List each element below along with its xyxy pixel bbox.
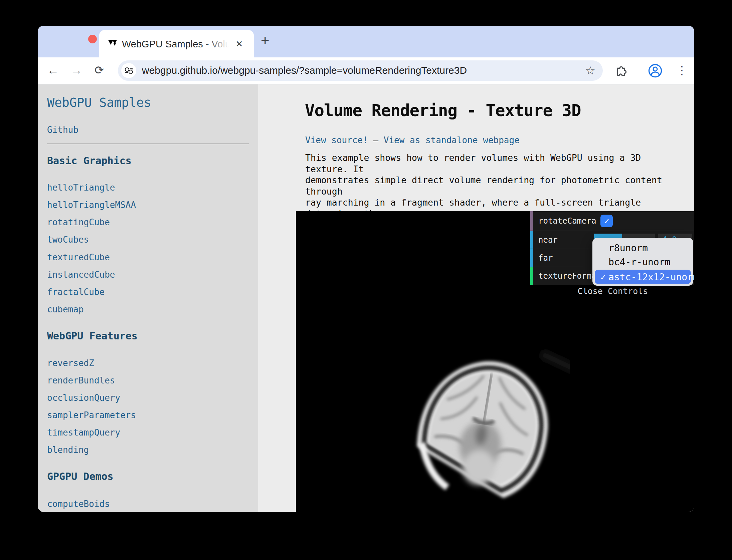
close-window-button[interactable] (88, 35, 97, 43)
standalone-link[interactable]: View as standalone webpage (384, 135, 520, 145)
gui-label-near: near (538, 235, 558, 245)
string-strip (530, 267, 533, 285)
sidebar-item-helloTriangle[interactable]: helloTriangle (47, 183, 115, 193)
section-gpgpu-demos: GPGPU Demos (47, 471, 114, 482)
sidebar-item-computeBoids[interactable]: computeBoids (47, 499, 110, 509)
boolean-strip (530, 211, 533, 231)
sidebar-item-cubemap[interactable]: cubemap (47, 304, 84, 314)
brain-mri-render (396, 338, 570, 512)
dropdown-option-bc4-r-unorm[interactable]: bc4-r-unorm (608, 257, 670, 268)
number-strip (530, 249, 533, 267)
page-title: Volume Rendering - Texture 3D (305, 101, 581, 120)
gui-label-far: far (538, 253, 553, 263)
sidebar-item-samplerParameters[interactable]: samplerParameters (47, 410, 136, 420)
tab-title-fade (206, 38, 233, 50)
number-strip (530, 231, 533, 249)
webgpu-canvas[interactable]: rotateCamera ✓ near 4.0 far (296, 211, 694, 512)
github-link[interactable]: Github (47, 125, 78, 135)
forward-icon: → (70, 62, 82, 78)
dropdown-option-selected[interactable]: ✓ astc-12x12-unorm (595, 270, 691, 284)
dropdown-selected-label: astc-12x12-unorm (608, 272, 694, 283)
browser-window: WebGPU Samples - Volume R ✕ + ← → ⟳ webg… (38, 26, 694, 512)
rotateCamera-checkbox[interactable]: ✓ (600, 215, 613, 227)
link-separator (368, 135, 373, 145)
browser-menu-icon[interactable]: ⋮ (676, 62, 688, 78)
tab-close-icon[interactable]: ✕ (235, 38, 243, 50)
reload-icon[interactable]: ⟳ (95, 62, 104, 78)
sidebar-item-reversedZ[interactable]: reversedZ (47, 358, 94, 368)
section-webgpu-features: WebGPU Features (47, 330, 138, 342)
sidebar-item-rotatingCube[interactable]: rotatingCube (47, 217, 110, 227)
bookmark-star-icon[interactable]: ☆ (585, 64, 595, 77)
close-controls-button[interactable]: Close Controls (530, 285, 694, 299)
tab-strip: WebGPU Samples - Volume R ✕ + (38, 26, 694, 57)
sidebar-item-blending[interactable]: blending (47, 445, 89, 455)
new-tab-button[interactable]: + (261, 33, 269, 48)
gui-row-rotateCamera: rotateCamera ✓ (530, 211, 694, 231)
webgpu-logo-icon (108, 39, 118, 48)
sidebar-item-twoCubes[interactable]: twoCubes (47, 235, 89, 245)
gui-label-textureFormat: textureFormat (538, 271, 601, 281)
sidebar-item-timestampQuery[interactable]: timestampQuery (47, 428, 120, 438)
sidebar-item-helloTriangleMSAA[interactable]: helloTriangleMSAA (47, 200, 136, 210)
gui-label-rotateCamera: rotateCamera (538, 216, 596, 226)
profile-avatar-icon[interactable] (648, 63, 663, 78)
sidebar-item-texturedCube[interactable]: texturedCube (47, 252, 110, 262)
url-text[interactable]: webgpu.github.io/webgpu-samples/?sample=… (142, 65, 467, 76)
selected-check-icon: ✓ (600, 272, 606, 282)
sidebar-item-renderBundles[interactable]: renderBundles (47, 375, 115, 385)
page-content: WebGPU Samples Github Basic Graphics hel… (38, 84, 694, 512)
sidebar-item-instancedCube[interactable]: instancedCube (47, 270, 115, 280)
samples-sidebar: WebGPU Samples Github Basic Graphics hel… (38, 84, 258, 512)
sidebar-item-fractalCube[interactable]: fractalCube (47, 287, 105, 297)
description-line: This example shows how to render volumes… (305, 152, 683, 175)
sample-links: View source! — View as standalone webpag… (305, 135, 520, 145)
browser-tab[interactable]: WebGPU Samples - Volume R ✕ (99, 30, 254, 57)
section-basic-graphics: Basic Graphics (47, 155, 132, 167)
tune-icon (125, 67, 133, 74)
dropdown-option-r8unorm[interactable]: r8unorm (608, 243, 648, 254)
sample-main: Volume Rendering - Texture 3D View sourc… (258, 84, 694, 512)
sidebar-divider (47, 144, 249, 144)
back-icon[interactable]: ← (47, 62, 59, 78)
sidebar-title[interactable]: WebGPU Samples (47, 95, 151, 110)
address-bar[interactable]: webgpu.github.io/webgpu-samples/?sample=… (118, 60, 603, 81)
sidebar-item-occlusionQuery[interactable]: occlusionQuery (47, 393, 120, 403)
site-settings-button[interactable] (121, 63, 136, 78)
link-separator2 (378, 135, 384, 145)
browser-toolbar: ← → ⟳ webgpu.github.io/webgpu-samples/?s… (38, 57, 694, 84)
extensions-icon[interactable] (614, 64, 627, 77)
canvas-container: rotateCamera ✓ near 4.0 far (296, 211, 694, 512)
view-source-link[interactable]: View source! (305, 135, 368, 145)
link-separator-dash: — (373, 135, 379, 145)
textureFormat-dropdown: r8unorm bc4-r-unorm ✓ astc-12x12-unorm (592, 238, 693, 286)
description-line: demonstrates simple direct volume render… (305, 175, 683, 197)
